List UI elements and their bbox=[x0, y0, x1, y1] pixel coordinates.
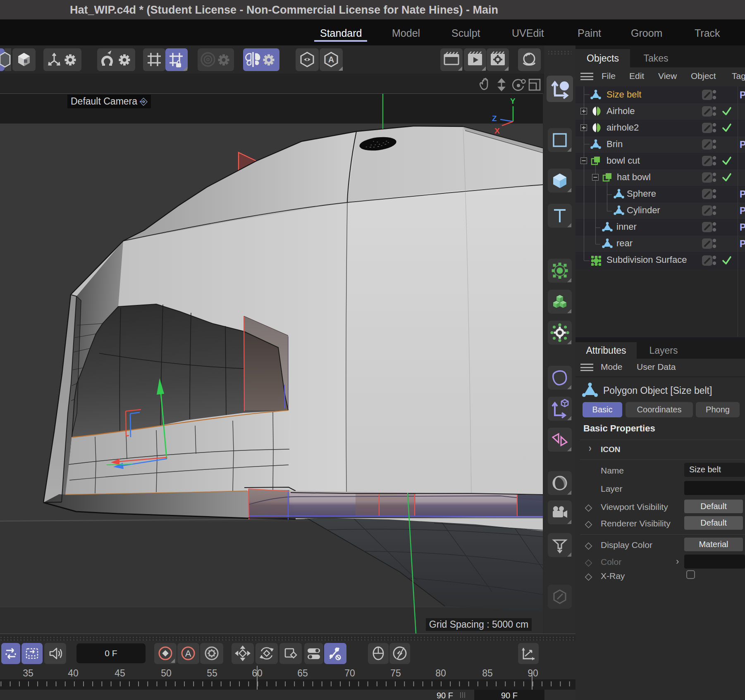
svg-text:P: P bbox=[740, 238, 745, 249]
svg-text:Cylinder: Cylinder bbox=[627, 205, 660, 215]
svg-text:60: 60 bbox=[252, 668, 263, 679]
svg-text:P: P bbox=[740, 189, 745, 200]
svg-text:70: 70 bbox=[344, 668, 355, 679]
svg-text:90 F: 90 F bbox=[501, 691, 518, 700]
svg-text:40: 40 bbox=[68, 668, 79, 679]
svg-text:rear: rear bbox=[616, 238, 633, 248]
svg-text:55: 55 bbox=[207, 668, 217, 679]
svg-text:75: 75 bbox=[390, 668, 401, 679]
svg-text:airhole2: airhole2 bbox=[607, 122, 639, 133]
svg-text:P: P bbox=[740, 139, 745, 150]
svg-text:Airhole: Airhole bbox=[607, 106, 635, 116]
svg-text:P: P bbox=[740, 205, 745, 216]
svg-text:65: 65 bbox=[297, 668, 308, 679]
svg-text:A: A bbox=[185, 648, 191, 659]
svg-text:50: 50 bbox=[161, 668, 172, 679]
svg-text:Subdivision Surface: Subdivision Surface bbox=[607, 255, 687, 265]
svg-text:inner: inner bbox=[616, 221, 637, 232]
svg-text:90 F: 90 F bbox=[437, 691, 453, 700]
svg-text:P: P bbox=[740, 90, 745, 100]
svg-text:hat bowl: hat bowl bbox=[617, 172, 651, 182]
svg-text:80: 80 bbox=[435, 668, 446, 679]
svg-text:Y: Y bbox=[510, 97, 516, 105]
svg-text:X: X bbox=[494, 126, 500, 135]
svg-text:P: P bbox=[740, 222, 745, 233]
svg-text:Sphere: Sphere bbox=[627, 188, 656, 199]
svg-text:A: A bbox=[328, 55, 334, 64]
svg-text:Brin: Brin bbox=[607, 139, 623, 149]
svg-text:85: 85 bbox=[482, 668, 493, 679]
svg-text:Size belt: Size belt bbox=[607, 89, 641, 100]
svg-text:35: 35 bbox=[23, 668, 33, 679]
svg-text:bowl cut: bowl cut bbox=[607, 155, 640, 166]
svg-text:Z: Z bbox=[492, 114, 497, 123]
svg-text:45: 45 bbox=[115, 668, 125, 679]
svg-text:90: 90 bbox=[528, 668, 538, 679]
